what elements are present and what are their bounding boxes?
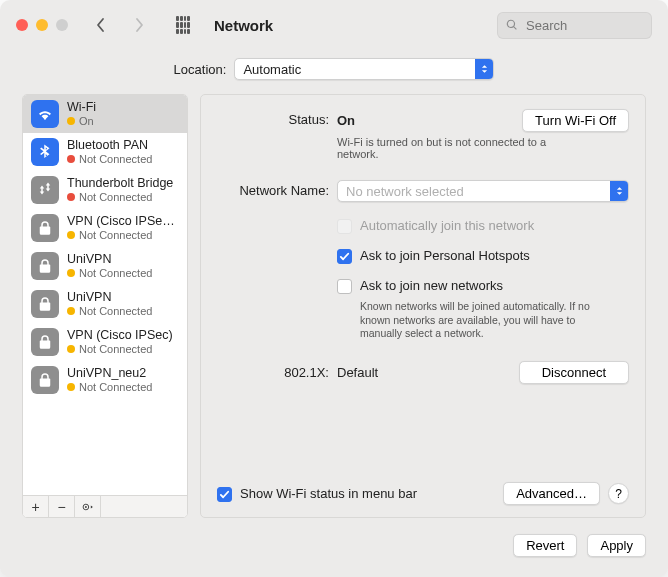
sidebar-item-status: Not Connected — [67, 229, 179, 242]
sidebar-item-status: Not Connected — [67, 191, 173, 204]
interfaces-sidebar: Wi-FiOnBluetooth PANNot ConnectedThunder… — [22, 94, 188, 518]
lock-icon — [31, 214, 59, 242]
wifi-icon — [31, 100, 59, 128]
hotspot-label: Ask to join Personal Hotspots — [360, 248, 530, 263]
help-button[interactable]: ? — [608, 483, 629, 504]
sidebar-item-name: Bluetooth PAN — [67, 138, 152, 152]
8021x-value: Default — [337, 365, 378, 380]
sidebar-footer: + − — [23, 495, 187, 517]
minimize-window-button[interactable] — [36, 19, 48, 31]
page-title: Network — [214, 17, 273, 34]
sidebar-item-status: Not Connected — [67, 267, 152, 280]
status-dot-icon — [67, 307, 75, 315]
forward-button — [126, 12, 152, 38]
new-networks-checkbox-row: Ask to join new networks — [337, 278, 629, 294]
apply-button[interactable]: Apply — [587, 534, 646, 557]
show-menubar-label: Show Wi-Fi status in menu bar — [240, 486, 417, 501]
search-field[interactable] — [497, 12, 652, 39]
status-dot-icon — [67, 155, 75, 163]
chevron-updown-icon — [475, 59, 493, 79]
lock-icon — [31, 366, 59, 394]
sidebar-item-status: Not Connected — [67, 305, 152, 318]
sidebar-item-name: Wi-Fi — [67, 100, 96, 114]
location-row: Location: Automatic — [0, 50, 668, 94]
bluetooth-icon — [31, 138, 59, 166]
auto-join-checkbox — [337, 219, 352, 234]
location-value: Automatic — [243, 62, 301, 77]
disconnect-button[interactable]: Disconnect — [519, 361, 629, 384]
show-menubar-checkbox[interactable] — [217, 487, 232, 502]
sidebar-item-status: Not Connected — [67, 343, 173, 356]
status-label: Status: — [217, 109, 329, 127]
hotspot-checkbox[interactable] — [337, 249, 352, 264]
titlebar: Network — [0, 0, 668, 50]
sidebar-item-name: UniVPN — [67, 290, 152, 304]
auto-join-checkbox-row: Automatically join this network — [337, 218, 629, 234]
lock-icon — [31, 290, 59, 318]
network-preferences-window: Network Location: Automatic Wi-FiOnBluet… — [0, 0, 668, 577]
sidebar-item-5[interactable]: UniVPNNot Connected — [23, 285, 187, 323]
location-label: Location: — [174, 62, 227, 77]
detail-panel: Status: On Turn Wi-Fi Off Wi-Fi is turne… — [200, 94, 646, 518]
status-dot-icon — [67, 231, 75, 239]
sidebar-item-3[interactable]: VPN (Cisco IPSec) 2Not Connected — [23, 209, 187, 247]
new-networks-checkbox[interactable] — [337, 279, 352, 294]
sidebar-item-status: On — [67, 115, 96, 128]
8021x-label: 802.1X: — [217, 365, 329, 380]
lock-icon — [31, 328, 59, 356]
search-icon — [506, 18, 518, 32]
status-dot-icon — [67, 383, 75, 391]
status-dot-icon — [67, 193, 75, 201]
more-options-button[interactable] — [75, 496, 101, 517]
show-all-button[interactable] — [170, 12, 196, 38]
lock-icon — [31, 252, 59, 280]
sidebar-item-2[interactable]: Thunderbolt BridgeNot Connected — [23, 171, 187, 209]
status-dot-icon — [67, 269, 75, 277]
network-name-label: Network Name: — [217, 180, 329, 198]
auto-join-label: Automatically join this network — [360, 218, 534, 233]
search-input[interactable] — [524, 17, 643, 34]
close-window-button[interactable] — [16, 19, 28, 31]
wifi-toggle-button[interactable]: Turn Wi-Fi Off — [522, 109, 629, 132]
advanced-button[interactable]: Advanced… — [503, 482, 600, 505]
more-icon — [81, 502, 95, 512]
grid-icon — [176, 16, 190, 34]
bridge-icon — [31, 176, 59, 204]
sidebar-item-1[interactable]: Bluetooth PANNot Connected — [23, 133, 187, 171]
new-networks-note: Known networks will be joined automatica… — [360, 300, 600, 341]
sidebar-item-status: Not Connected — [67, 381, 152, 394]
sidebar-item-name: UniVPN — [67, 252, 152, 266]
revert-button[interactable]: Revert — [513, 534, 577, 557]
sidebar-item-name: VPN (Cisco IPSec) — [67, 328, 173, 342]
sidebar-item-0[interactable]: Wi-FiOn — [23, 95, 187, 133]
interfaces-list: Wi-FiOnBluetooth PANNot ConnectedThunder… — [23, 95, 187, 495]
status-value: On — [337, 113, 355, 128]
chevron-updown-icon — [610, 181, 628, 201]
sidebar-item-7[interactable]: UniVPN_neu2Not Connected — [23, 361, 187, 399]
status-dot-icon — [67, 117, 75, 125]
traffic-lights — [16, 19, 68, 31]
network-name-select[interactable]: No network selected — [337, 180, 629, 202]
svg-point-1 — [84, 506, 86, 508]
back-button[interactable] — [88, 12, 114, 38]
status-note: Wi-Fi is turned on but is not connected … — [337, 136, 577, 160]
new-networks-label: Ask to join new networks — [360, 278, 503, 293]
location-select[interactable]: Automatic — [234, 58, 494, 80]
sidebar-item-name: UniVPN_neu2 — [67, 366, 152, 380]
network-name-value: No network selected — [346, 184, 464, 199]
bottom-bar: Revert Apply — [0, 518, 668, 577]
add-interface-button[interactable]: + — [23, 496, 49, 517]
status-dot-icon — [67, 345, 75, 353]
hotspot-checkbox-row: Ask to join Personal Hotspots — [337, 248, 629, 264]
sidebar-item-6[interactable]: VPN (Cisco IPSec)Not Connected — [23, 323, 187, 361]
zoom-window-button — [56, 19, 68, 31]
sidebar-item-name: Thunderbolt Bridge — [67, 176, 173, 190]
remove-interface-button[interactable]: − — [49, 496, 75, 517]
sidebar-item-4[interactable]: UniVPNNot Connected — [23, 247, 187, 285]
sidebar-item-name: VPN (Cisco IPSec) 2 — [67, 214, 179, 228]
sidebar-item-status: Not Connected — [67, 153, 152, 166]
